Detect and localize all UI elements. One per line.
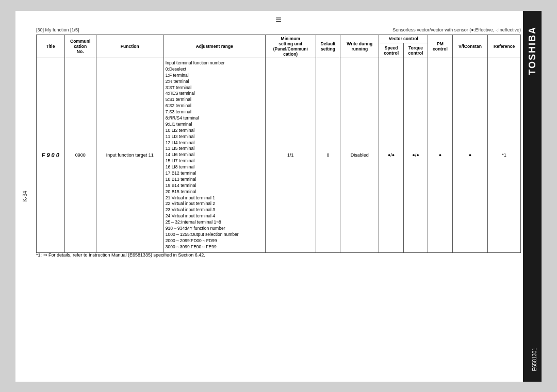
- cell-code: F 9 0 0: [37, 58, 65, 253]
- table-header-row: Title CommunicationNo. Function Adjustme…: [37, 35, 521, 43]
- right-sidebar: TOSHIBA E6581301: [523, 11, 542, 382]
- cell-speed-ctrl: ●/●: [379, 58, 403, 253]
- footnote: *1: ⇒ For details, refer to Instruction …: [36, 252, 521, 258]
- cell-write-running: Disabled: [340, 58, 379, 253]
- col-reference: Reference: [488, 35, 521, 58]
- col-write-running: Write duringrunning: [340, 35, 379, 58]
- col-adjustment: Adjustment range: [163, 35, 265, 58]
- col-vector-control: Vector control: [379, 35, 428, 43]
- cell-vf: ●: [452, 58, 488, 253]
- cell-comm-no: 0900: [64, 58, 96, 253]
- page-ref: E6581301: [532, 348, 537, 371]
- section-header: [30] My function [1/5] Sensorless vector…: [36, 27, 521, 32]
- cell-default: 0: [316, 58, 340, 253]
- col-vf: V/fConstan: [452, 35, 488, 58]
- section-right: Sensorless vector/vector with sensor (●:…: [392, 27, 521, 32]
- top-bar: ≡: [36, 15, 521, 25]
- cell-pm-ctrl: ●: [428, 58, 452, 253]
- col-torque-ctrl: Torquecontrol: [403, 43, 428, 58]
- brand-label: TOSHIBA: [527, 26, 538, 75]
- page-k-number: K-34: [22, 191, 28, 201]
- col-speed-ctrl: Speedcontrol: [379, 43, 403, 58]
- cell-function: Input function target 11: [96, 58, 163, 253]
- cell-reference: *1: [488, 58, 521, 253]
- col-comm-no: CommunicationNo.: [64, 35, 96, 58]
- col-min-setting: Minimumsetting unit(Panel/Communication): [265, 35, 316, 58]
- col-default: Defaultsetting: [316, 35, 340, 58]
- cell-min-setting: 1/1: [265, 58, 316, 253]
- section-left: [30] My function [1/5]: [36, 27, 79, 32]
- cell-torque-ctrl: ●/●: [403, 58, 428, 253]
- table-row: F 9 0 0 0900 Input function target 11 In…: [37, 58, 521, 253]
- col-pm: PMcontrol: [428, 35, 452, 58]
- tab-icon: ≡: [275, 14, 282, 26]
- col-title: Title: [37, 35, 65, 58]
- col-function: Function: [96, 35, 163, 58]
- cell-adjustment: Input terminal function number0:Deselect…: [163, 58, 265, 253]
- main-table: Title CommunicationNo. Function Adjustme…: [36, 35, 521, 251]
